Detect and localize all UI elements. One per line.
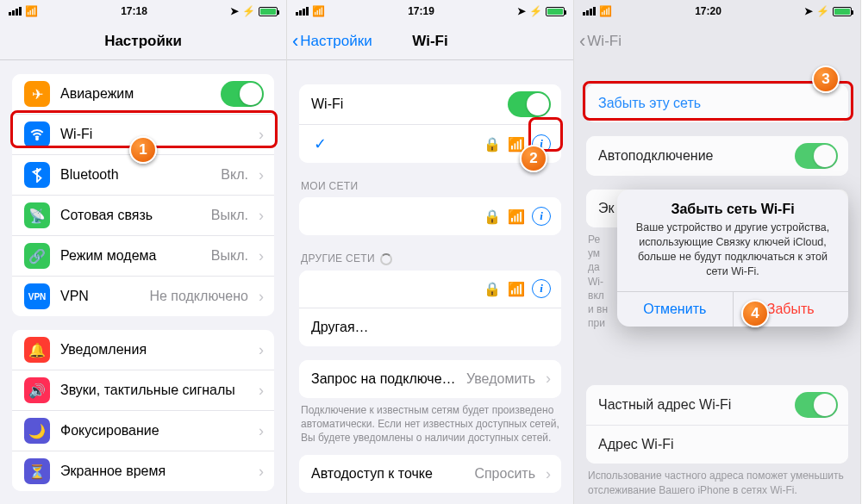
settings-list[interactable]: ✈ Авиарежим Wi-Fi › Bluetooth Вкл. › <box>0 60 286 504</box>
row-label: Автодоступ к точке <box>311 466 464 482</box>
forget-alert: Забыть сеть Wi-Fi Ваше устройство и друг… <box>617 190 848 327</box>
lock-icon: 🔒 <box>484 136 501 152</box>
wifi-signal-icon: 📶 <box>508 281 525 297</box>
chevron-right-icon: › <box>259 341 264 359</box>
chevron-right-icon: › <box>546 465 551 483</box>
cellular-signal-icon <box>583 7 596 16</box>
row-focus[interactable]: 🌙 Фокусирование › <box>12 411 274 451</box>
row-value: Не подключено <box>149 289 248 304</box>
row-other[interactable]: Другая… <box>299 308 561 346</box>
chevron-right-icon: › <box>259 247 264 265</box>
bluetooth-icon <box>24 162 50 188</box>
row-value: Выкл. <box>211 208 248 223</box>
alert-title: Забыть сеть Wi-Fi <box>617 190 848 221</box>
row-sounds[interactable]: 🔊 Звуки, тактильные сигналы › <box>12 370 274 411</box>
status-time: 17:20 <box>695 5 721 17</box>
antenna-icon: 📡 <box>24 202 50 228</box>
chevron-right-icon: › <box>259 126 264 144</box>
row-label: Уведомления <box>60 342 248 358</box>
wifi-status-icon: 📶 <box>25 5 38 17</box>
row-my-network[interactable]: 🔒 📶 i <box>299 197 561 235</box>
vpn-icon: VPN <box>24 283 50 309</box>
chevron-right-icon: › <box>259 166 264 184</box>
forget-link[interactable]: Забыть эту сеть <box>598 96 838 111</box>
chevron-right-icon: › <box>259 422 264 440</box>
status-time: 17:19 <box>408 5 434 17</box>
cellular-signal-icon <box>9 7 22 16</box>
alert-message: Ваше устройство и другие устройства, исп… <box>617 221 848 291</box>
back-button[interactable]: ‹ Wi-Fi <box>579 22 622 60</box>
row-connected-network[interactable]: ✓ 🔒 📶 i <box>299 125 561 163</box>
info-button[interactable]: i <box>532 207 551 226</box>
wifi-status-icon: 📶 <box>599 5 612 17</box>
row-auto-hotspot[interactable]: Автодоступ к точке Спросить › <box>299 455 561 493</box>
speaker-icon: 🔊 <box>24 377 50 403</box>
alert-forget-button[interactable]: Забыть <box>734 292 849 327</box>
row-label: Сотовая связь <box>60 208 201 223</box>
row-label: Адрес Wi-Fi <box>598 437 838 452</box>
row-ask-join[interactable]: Запрос на подключение Уведомить › <box>299 360 561 398</box>
link-icon: 🔗 <box>24 243 50 269</box>
charging-icon: ⚡ <box>529 5 542 17</box>
screen-network-detail: 📶 17:20 ➤ ⚡ ‹ Wi-Fi Забыть эту сеть Авто… <box>574 0 861 504</box>
row-airplane[interactable]: ✈ Авиарежим <box>12 74 274 115</box>
auto-join-toggle[interactable] <box>795 143 838 169</box>
info-button[interactable]: i <box>532 134 551 153</box>
svg-point-0 <box>36 138 38 140</box>
chevron-right-icon: › <box>259 382 264 400</box>
screen-wifi: 📶 17:19 ➤ ⚡ ‹ Настройки Wi-Fi Wi-Fi ✓ 🔒 <box>287 0 574 504</box>
page-title: Wi-Fi <box>412 33 447 50</box>
row-forget-network[interactable]: Забыть эту сеть <box>586 84 848 122</box>
charging-icon: ⚡ <box>816 5 829 17</box>
wifi-signal-icon: 📶 <box>508 208 525 225</box>
section-header-other: ДРУГИЕ СЕТИ <box>287 249 573 271</box>
chevron-right-icon: › <box>259 463 264 481</box>
row-value: Спросить <box>474 466 535 482</box>
private-address-footer: Использование частного адреса поможет ум… <box>574 464 860 500</box>
nav-header: ‹ Настройки Wi-Fi <box>287 22 573 60</box>
spinner-icon <box>380 253 392 265</box>
row-wifi-address[interactable]: Адрес Wi-Fi <box>586 426 848 464</box>
row-private-address[interactable]: Частный адрес Wi-Fi <box>586 385 848 426</box>
status-bar: 📶 17:20 ➤ ⚡ <box>574 0 860 22</box>
row-label: Фокусирование <box>60 423 248 439</box>
row-cellular[interactable]: 📡 Сотовая связь Выкл. › <box>12 196 274 236</box>
back-label: Настройки <box>300 33 372 50</box>
battery-icon <box>833 7 852 16</box>
row-label: Авиарежим <box>60 86 210 102</box>
row-label: Автоподключение <box>598 148 784 164</box>
airplane-toggle[interactable] <box>221 81 264 107</box>
wifi-toggle[interactable] <box>508 91 551 117</box>
row-notifications[interactable]: 🔔 Уведомления › <box>12 330 274 370</box>
row-hotspot[interactable]: 🔗 Режим модема Выкл. › <box>12 236 274 277</box>
cellular-signal-icon <box>296 7 309 16</box>
row-wifi-toggle[interactable]: Wi-Fi <box>299 84 561 125</box>
alert-cancel-button[interactable]: Отменить <box>617 292 734 327</box>
chevron-left-icon: ‹ <box>292 32 298 51</box>
wifi-status-icon: 📶 <box>312 5 325 17</box>
lock-icon: 🔒 <box>484 281 501 297</box>
row-wifi[interactable]: Wi-Fi › <box>12 115 274 155</box>
airplane-icon: ✈ <box>24 81 50 107</box>
row-screentime[interactable]: ⏳ Экранное время › <box>12 451 274 491</box>
row-value: Вкл. <box>221 167 248 183</box>
nav-header: ‹ Wi-Fi <box>574 22 860 60</box>
page-title: Настройки <box>104 33 182 50</box>
row-auto-join[interactable]: Автоподключение <box>586 136 848 176</box>
battery-icon <box>546 7 565 16</box>
ask-join-footer: Подключение к известным сетям будет прои… <box>287 398 573 449</box>
row-vpn[interactable]: VPN VPN Не подключено › <box>12 277 274 316</box>
row-other-network[interactable]: 🔒 📶 i <box>299 271 561 308</box>
private-address-toggle[interactable] <box>795 392 838 418</box>
row-label: Частный адрес Wi-Fi <box>598 397 784 413</box>
screen-settings: 📶 17:18 ➤ ⚡ Настройки ✈ Авиарежим Wi-Fi … <box>0 0 287 504</box>
row-label: Wi-Fi <box>60 127 248 142</box>
row-bluetooth[interactable]: Bluetooth Вкл. › <box>12 155 274 196</box>
back-button[interactable]: ‹ Настройки <box>292 22 372 60</box>
info-button[interactable]: i <box>532 279 551 298</box>
nav-header: Настройки <box>0 22 286 60</box>
charging-icon: ⚡ <box>242 5 255 17</box>
row-value: Уведомить <box>466 371 535 387</box>
chevron-left-icon: ‹ <box>579 32 585 51</box>
row-value: Выкл. <box>211 248 248 264</box>
